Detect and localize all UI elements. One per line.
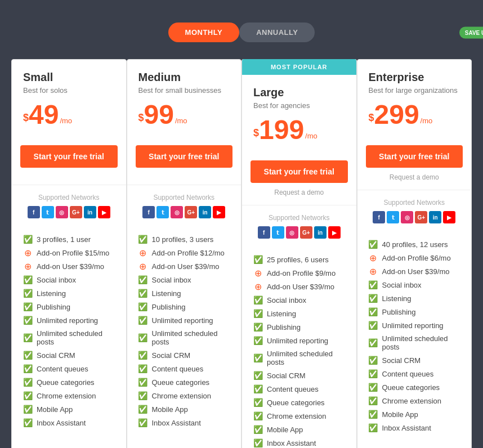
feature-item: ✅ Unlimited scheduled posts [23, 327, 115, 348]
feature-item: ✅ Unlimited reporting [138, 313, 230, 327]
demo-link-enterprise[interactable]: Request a demo [357, 173, 472, 181]
plan-card-small: Small Best for solos $ 49 /mo Start your… [11, 59, 127, 448]
feature-text: Social CRM [37, 351, 75, 360]
trial-btn-small[interactable]: Start your free trial [20, 145, 118, 168]
feature-item: ✅ Social CRM [369, 353, 460, 367]
price-dollar-large: $ [253, 127, 259, 139]
networks-section-medium: Supported Networks f𝕥◎G+in▶ [127, 185, 242, 227]
feature-text: 25 profiles, 6 users [267, 256, 329, 264]
addon-icon: ⊕ [23, 262, 32, 271]
plan-name-medium: Medium [138, 71, 230, 84]
price-dollar-medium: $ [138, 112, 144, 124]
trial-btn-medium[interactable]: Start your free trial [136, 145, 233, 168]
trial-btn-enterprise[interactable]: Start your free trial [366, 145, 463, 168]
plans-container: Small Best for solos $ 49 /mo Start your… [11, 59, 472, 448]
plan-desc-medium: Best for small businesses [138, 86, 230, 95]
features-list-large: ✅ 25 profiles, 6 users ⊕ Add-on Profile … [242, 247, 356, 448]
trial-btn-large[interactable]: Start your free trial [251, 160, 348, 183]
check-icon: ✅ [23, 275, 32, 284]
feature-item: ✅ Social CRM [138, 348, 230, 362]
network-icons-enterprise: f𝕥◎G+in▶ [369, 211, 460, 223]
check-icon: ✅ [23, 378, 32, 387]
feature-text: Unlimited scheduled posts [382, 334, 460, 351]
feature-text: Queue categories [267, 398, 325, 407]
feature-text: Inbox Assistant [382, 424, 431, 432]
feature-text: Add-on Profile $12/mo [152, 249, 225, 257]
feature-item: ✅ Social CRM [23, 348, 115, 362]
features-list-small: ✅ 3 profiles, 1 user ⊕ Add-on Profile $1… [12, 227, 126, 441]
plan-card-enterprise: Enterprise Best for large organizations … [357, 59, 472, 448]
network-icons-small: f𝕥◎G+in▶ [23, 206, 115, 218]
network-icon-tw: 𝕥 [156, 206, 169, 218]
check-icon: ✅ [253, 425, 262, 434]
feature-item: ✅ Social inbox [138, 273, 230, 286]
check-icon: ✅ [23, 302, 32, 311]
check-icon: ✅ [138, 333, 147, 342]
network-icon-li: in [199, 206, 211, 218]
feature-text: Social inbox [152, 276, 191, 284]
check-icon: ✅ [369, 307, 378, 316]
addon-icon: ⊕ [23, 248, 32, 257]
feature-text: Publishing [267, 323, 301, 331]
demo-link-large[interactable]: Request a demo [242, 189, 356, 196]
feature-item: ✅ 40 profiles, 12 users [369, 238, 460, 251]
check-icon: ✅ [253, 336, 262, 345]
network-icon-ig: ◎ [401, 211, 413, 223]
check-icon: ✅ [23, 289, 32, 298]
feature-text: Unlimited reporting [382, 321, 444, 330]
feature-item: ✅ Unlimited scheduled posts [253, 347, 345, 369]
price-amount-small: 49 [29, 101, 59, 128]
price-amount-medium: 99 [144, 101, 174, 128]
plan-name-enterprise: Enterprise [369, 71, 460, 84]
price-amount-enterprise: 299 [374, 101, 419, 128]
feature-item: ⊕ Add-on Profile $15/mo [23, 246, 115, 259]
network-icon-tw: 𝕥 [387, 211, 399, 223]
feature-item: ✅ Social inbox [253, 293, 345, 307]
check-icon: ✅ [369, 423, 378, 432]
monthly-toggle[interactable]: MONTHLY [168, 23, 240, 42]
feature-item: ✅ Listening [23, 286, 115, 300]
feature-text: Inbox Assistant [267, 439, 316, 447]
feature-item: ✅ Chrome extension [369, 394, 460, 407]
check-icon: ✅ [138, 235, 147, 244]
feature-item: ✅ Listening [369, 292, 460, 305]
feature-item: ✅ Publishing [138, 300, 230, 313]
network-icon-tw: 𝕥 [42, 206, 54, 218]
check-icon: ✅ [253, 295, 262, 304]
network-icon-tw: 𝕥 [272, 226, 284, 239]
feature-item: ✅ 3 profiles, 1 user [23, 232, 115, 246]
check-icon: ✅ [369, 369, 378, 378]
feature-text: Chrome extension [382, 397, 442, 405]
price-period-medium: /mo [175, 117, 187, 125]
price-period-enterprise: /mo [421, 117, 433, 125]
network-icon-fb: f [28, 206, 40, 218]
feature-text: Social inbox [37, 276, 76, 284]
networks-label-medium: Supported Networks [138, 194, 230, 201]
networks-label-small: Supported Networks [23, 194, 115, 201]
feature-item: ⊕ Add-on Profile $12/mo [138, 246, 230, 259]
addon-icon: ⊕ [138, 262, 147, 271]
feature-text: Listening [382, 294, 412, 303]
networks-section-enterprise: Supported Networks f𝕥◎G+in▶ [357, 190, 472, 232]
plan-header-small: Small Best for solos $ 49 /mo [12, 60, 126, 145]
plan-header-large: Large Best for agencies $ 199 /mo [242, 75, 356, 160]
addon-icon: ⊕ [253, 282, 262, 291]
check-icon: ✅ [138, 289, 147, 298]
feature-item: ✅ Publishing [23, 300, 115, 313]
check-icon: ✅ [369, 396, 378, 405]
plan-header-enterprise: Enterprise Best for large organizations … [357, 60, 472, 145]
feature-text: Content queues [37, 365, 88, 373]
feature-text: Listening [267, 310, 296, 318]
save-badge: SAVE UP TO 33% [459, 26, 483, 38]
check-icon: ✅ [23, 235, 32, 244]
feature-text: Listening [152, 289, 181, 298]
annually-toggle[interactable]: ANNUALLY [239, 23, 315, 42]
check-icon: ✅ [253, 411, 262, 420]
networks-label-enterprise: Supported Networks [369, 199, 460, 207]
feature-text: Add-on User $39/mo [382, 267, 450, 276]
feature-item: ✅ Content queues [138, 362, 230, 375]
check-icon: ✅ [369, 338, 378, 347]
networks-section-small: Supported Networks f𝕥◎G+in▶ [12, 185, 126, 227]
feature-text: Add-on User $39/mo [152, 262, 220, 271]
feature-text: Add-on Profile $9/mo [267, 269, 336, 277]
